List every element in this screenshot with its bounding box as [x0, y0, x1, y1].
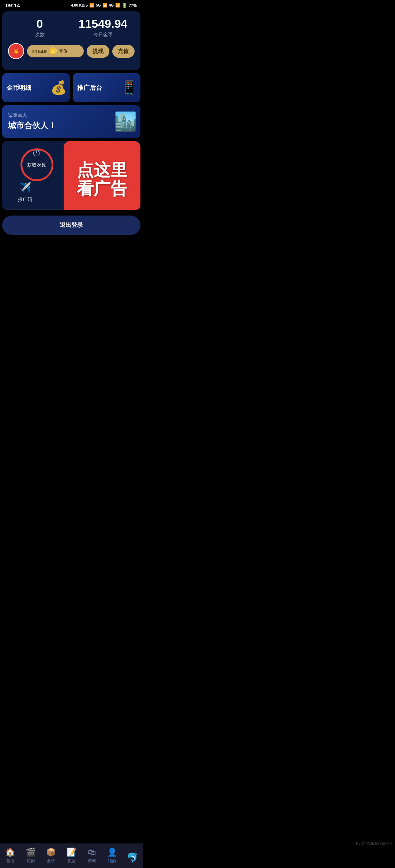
- status-time: 09:14: [6, 2, 20, 8]
- paper-plane-icon: ✈️: [19, 182, 31, 193]
- signal-bars-icon: 📶: [102, 3, 108, 8]
- partner-text: 诚邀加入 城市合伙人！: [8, 112, 56, 131]
- balance-fixed-label: 守值: [59, 49, 67, 54]
- status-bar: 09:14 4.00 KB/S 📶 5G 📶 4G 📶 🔋 77%: [0, 0, 143, 10]
- promo-code-item[interactable]: ✈️ 推广码: [2, 175, 48, 210]
- partner-banner[interactable]: 诚邀加入 城市合伙人！ 🏙️: [2, 105, 140, 138]
- signal-5g: 5G: [96, 3, 101, 7]
- partner-image: 🏙️: [114, 111, 137, 132]
- withdraw-button[interactable]: 提现: [87, 45, 109, 58]
- partner-invite: 诚邀加入: [8, 112, 56, 119]
- count-label: 次数: [8, 31, 71, 38]
- coins-value: 11549.94: [71, 17, 135, 31]
- battery-level: 77%: [129, 3, 137, 8]
- status-icons: 4.00 KB/S 📶 5G 📶 4G 📶 🔋 77%: [71, 3, 137, 8]
- logout-button[interactable]: 退出登录: [2, 216, 140, 235]
- menu-cards: 金币明细 💰 推广后台 📱: [2, 73, 140, 102]
- ad-overlay-line2: 看广告: [77, 179, 127, 198]
- stats-row: 0 次数 11549.94 今日金币: [8, 17, 135, 38]
- balance-amount: 11549: [31, 48, 47, 54]
- count-value: 0: [8, 17, 71, 31]
- coin-icon: 🪙: [49, 47, 57, 55]
- clock-icon: ⏱: [32, 148, 41, 159]
- balance-pill: 11549 🪙 守值: [27, 45, 84, 57]
- action-grid: ⏱ 获取次数 📊 DIY设置 ✈️ 推广码 👥 官方群 🏷️ 优惠渠道 点这里 …: [2, 141, 140, 210]
- balance-row: ¥ 11549 🪙 守值 提现 充值: [8, 43, 135, 59]
- partner-title: 城市合伙人！: [8, 120, 56, 131]
- signal-bars2-icon: 📶: [115, 3, 120, 8]
- gold-detail-card[interactable]: 金币明细 💰: [2, 73, 70, 102]
- ad-overlay-line1: 点这里: [77, 161, 127, 179]
- get-count-label: 获取次数: [27, 162, 46, 168]
- promo-backend-label: 推广后台: [77, 84, 102, 92]
- coins-stat: 11549.94 今日金币: [71, 17, 135, 38]
- recharge-button[interactable]: 充值: [112, 45, 135, 58]
- get-count-item[interactable]: ⏱ 获取次数: [2, 141, 72, 175]
- promo-code-label: 推广码: [18, 196, 32, 203]
- ad-overlay[interactable]: 点这里 看广告: [64, 141, 140, 210]
- main-card: 0 次数 11549.94 今日金币 ¥ 11549 🪙 守值 提现 充值: [2, 11, 140, 70]
- signal-4g: 4G: [109, 3, 114, 7]
- promo-backend-card[interactable]: 推广后台 📱: [73, 73, 140, 102]
- balance-actions: 提现 充值: [87, 45, 135, 58]
- gold-card-image: 💰: [50, 80, 67, 95]
- promo-card-image: 📱: [121, 80, 138, 95]
- battery-icon: 🔋: [122, 3, 127, 8]
- count-stat: 0 次数: [8, 17, 71, 38]
- gold-detail-label: 金币明细: [7, 84, 31, 92]
- coins-label: 今日金币: [71, 31, 135, 38]
- red-envelope-icon[interactable]: ¥: [8, 43, 24, 59]
- wifi-icon: 📶: [89, 3, 94, 8]
- network-speed: 4.00 KB/S: [71, 3, 88, 7]
